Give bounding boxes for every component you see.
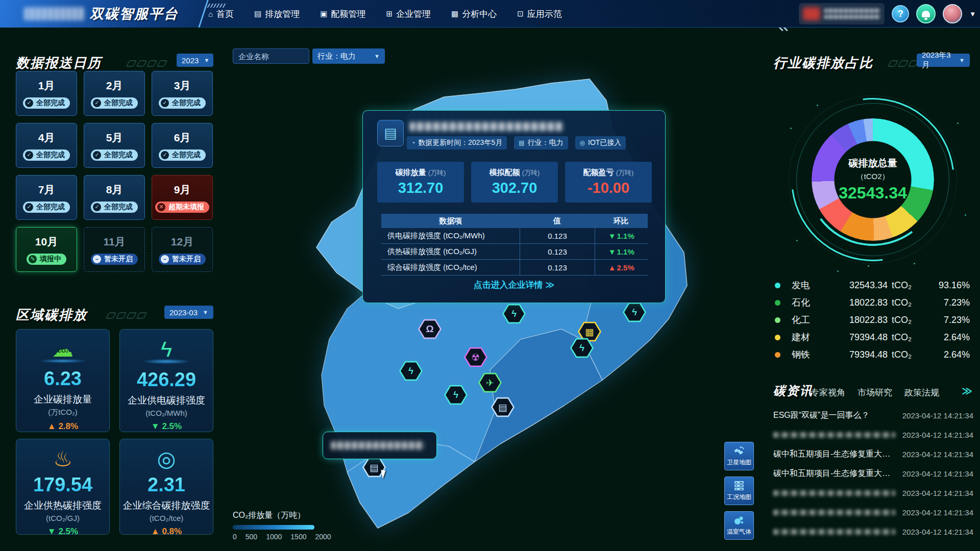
donut-center: 碳排放总量 （tCO2） 32543.34 bbox=[812, 118, 934, 241]
chevron-down-icon[interactable]: ▼ bbox=[969, 10, 976, 18]
regional-period-select[interactable]: 2023-03▼ bbox=[164, 306, 213, 319]
app-title: 双碳智服平台 bbox=[90, 5, 179, 23]
chevron-down-icon: ▼ bbox=[959, 57, 965, 63]
demo-icon: ⊡ bbox=[517, 9, 524, 18]
status-badge: 超期未填报 bbox=[168, 203, 204, 212]
blurred-title bbox=[773, 490, 895, 496]
news-item-blurred[interactable]: 2023-04-12 14:21:34 bbox=[773, 503, 973, 522]
industry-filter-select[interactable]: 行业：电力▼ bbox=[312, 48, 385, 64]
check-icon: ✓ bbox=[161, 99, 169, 107]
legend-dot bbox=[775, 283, 780, 288]
company-search-input[interactable] bbox=[233, 48, 309, 64]
document-icon: ▤ bbox=[370, 462, 379, 473]
nav-item-demo[interactable]: ⊡ 应用示范 bbox=[517, 8, 562, 20]
nav-label: 应用示范 bbox=[527, 8, 562, 20]
month-card-mar[interactable]: 3月 ✓全部完成 bbox=[152, 71, 213, 116]
month-card-nov[interactable]: 11月 −暂未开启 bbox=[84, 227, 145, 272]
month-card-may[interactable]: 5月 ✓全部完成 bbox=[84, 123, 145, 168]
molecule-icon bbox=[733, 515, 745, 526]
map-color-legend: CO₂排放量（万吨） 0 500 1000 1500 2000 bbox=[233, 510, 331, 541]
month-card-dec[interactable]: 12月 −暂未开启 bbox=[152, 227, 213, 272]
metric-trend: ▼ 2.5% bbox=[151, 421, 182, 432]
chevron-down-icon: ▼ bbox=[204, 57, 209, 63]
news-item-blurred[interactable]: 2023-04-12 14:21:34 bbox=[773, 522, 973, 541]
metric-label: 企业供热碳排强度 bbox=[24, 499, 102, 512]
legend-row: 发电 32543.34 tCO₂ 93.16% bbox=[775, 277, 970, 294]
dashboard: 双碳智服平台 ⌂ 首页 ▤ 排放管理 ▣ 配额管理 ⊞ 企业管理 ▦ 分析中心 bbox=[0, 0, 980, 551]
check-icon: ✓ bbox=[25, 99, 33, 107]
industry-icon: ▤ bbox=[519, 139, 524, 146]
nav-item-quota[interactable]: ▣ 配额管理 bbox=[320, 8, 365, 20]
emission-icon: ▤ bbox=[254, 9, 261, 18]
avatar[interactable] bbox=[943, 4, 962, 23]
status-badge: 全部完成 bbox=[36, 98, 65, 108]
status-badge: 全部完成 bbox=[172, 98, 201, 108]
news-more-icon[interactable]: ≫ bbox=[962, 385, 972, 397]
legend-row: 化工 18022.83 tCO₂ 7.23% bbox=[775, 311, 970, 329]
metric-unit: (tCO₂/MWh) bbox=[145, 409, 187, 417]
nav-item-enterprise[interactable]: ⊞ 企业管理 bbox=[386, 8, 431, 20]
satellite-map-button[interactable]: 卫星地图 bbox=[724, 442, 754, 470]
legend-row: 建材 79394.48 tCO₂ 2.64% bbox=[775, 329, 970, 346]
tab-market-research[interactable]: 市场研究 bbox=[857, 387, 892, 398]
logo-blurred-prefix bbox=[24, 7, 85, 20]
clock-icon: ◔ bbox=[411, 139, 415, 146]
metric-label: 企业综合碳排放强度 bbox=[123, 499, 210, 512]
notification-button[interactable] bbox=[916, 4, 936, 23]
metric-unit: (tCO₂/GJ) bbox=[46, 514, 80, 522]
document-icon: ▤ bbox=[498, 402, 507, 413]
enterprise-detail-link[interactable]: 点击进入企业详情 ≫ bbox=[363, 279, 665, 291]
status-badge: 填报中 bbox=[40, 255, 61, 264]
metric-trend: ▲ 0.8% bbox=[151, 527, 182, 537]
nav-label: 分析中心 bbox=[462, 8, 497, 20]
news-item[interactable]: ESG跟“双碳”是一回事么？ 2023-04-12 14:21:34 bbox=[773, 406, 973, 425]
lightning-icon: ϟ bbox=[408, 365, 413, 377]
table-header: 数据项 值 环比 bbox=[381, 214, 648, 228]
month-card-apr[interactable]: 4月 ✓全部完成 bbox=[16, 123, 77, 168]
calendar-title-decor bbox=[128, 60, 166, 67]
news-item[interactable]: 碳中和五期项目-生态修复重大工程... 2023-04-12 14:21:34 bbox=[773, 444, 973, 464]
nav-item-emission[interactable]: ▤ 排放管理 bbox=[254, 8, 300, 20]
calendar-year-select[interactable]: 2023▼ bbox=[177, 54, 213, 67]
industry-period-select[interactable]: 2023年3月▼ bbox=[917, 54, 970, 67]
metric-unit: (tCO₂/tce) bbox=[150, 514, 184, 522]
tooltip-blurred-text bbox=[331, 441, 424, 449]
legend-row: 石化 18022.83 tCO₂ 7.23% bbox=[775, 294, 970, 311]
status-badge: 全部完成 bbox=[36, 203, 65, 212]
tab-policy[interactable]: 政策法规 bbox=[904, 387, 939, 398]
radiator-icon: ♨ bbox=[53, 447, 72, 471]
stat-quota: 模拟配额 (万吨) 302.70 bbox=[471, 162, 558, 203]
metric-card-heat: ♨ 179.54 企业供热碳排强度 (tCO₂/GJ) ▼ 2.5% bbox=[16, 439, 110, 535]
check-icon: ✓ bbox=[25, 203, 33, 211]
nav-item-home[interactable]: ⌂ 首页 bbox=[208, 8, 234, 20]
blurred-title bbox=[773, 529, 895, 535]
metric-label: 企业碳排放量 bbox=[34, 393, 92, 406]
tab-expert-view[interactable]: 专家视角 bbox=[811, 387, 845, 398]
check-icon: ✓ bbox=[93, 99, 101, 107]
month-card-aug[interactable]: 8月 ✓全部完成 bbox=[84, 175, 145, 220]
news-item[interactable]: 碳中和五期项目-生态修复重大工程 2023-04-12 14:21:34 bbox=[773, 464, 973, 483]
legend-row: 钢铁 79394.48 tCO₂ 2.64% bbox=[775, 346, 970, 363]
radiation-icon: ☢ bbox=[471, 352, 480, 363]
help-button[interactable]: ? bbox=[892, 5, 909, 22]
calendar-grid: 1月 ✓全部完成 2月 ✓全部完成 3月 ✓全部完成 4月 ✓全部完成 5月 ✓… bbox=[16, 71, 213, 272]
greenhouse-gas-button[interactable]: 温室气体 bbox=[724, 511, 754, 540]
month-card-jun[interactable]: 6月 ✓全部完成 bbox=[152, 123, 213, 168]
month-card-sep[interactable]: 9月 ✕超期未填报 bbox=[152, 175, 213, 220]
nav-item-analysis[interactable]: ▦ 分析中心 bbox=[451, 8, 497, 20]
blurred-title bbox=[773, 510, 895, 515]
month-card-jan[interactable]: 1月 ✓全部完成 bbox=[16, 71, 77, 116]
enterprise-icon: ⊞ bbox=[386, 9, 393, 18]
metric-card-power: ϟ 426.29 企业供电碳排强度 (tCO₂/MWh) ▼ 2.5% bbox=[119, 329, 213, 432]
condition-map-button[interactable]: 工况地图 bbox=[724, 477, 754, 505]
month-card-feb[interactable]: 2月 ✓全部完成 bbox=[84, 71, 145, 116]
news-list: ESG跟“双碳”是一回事么？ 2023-04-12 14:21:34 2023-… bbox=[773, 406, 973, 541]
legend-dot bbox=[775, 335, 780, 340]
nav-label: 排放管理 bbox=[265, 8, 300, 20]
iot-badge: ◎IOT已接入 bbox=[575, 136, 626, 149]
news-item-blurred[interactable]: 2023-04-12 14:21:34 bbox=[773, 425, 973, 444]
month-card-oct[interactable]: 10月 ✎填报中 bbox=[16, 227, 77, 272]
month-card-jul[interactable]: 7月 ✓全部完成 bbox=[16, 175, 77, 220]
news-item-blurred[interactable]: 2023-04-12 14:21:34 bbox=[773, 483, 973, 503]
stat-balance: 配额盈亏 (万吨) -10.00 bbox=[565, 162, 652, 203]
